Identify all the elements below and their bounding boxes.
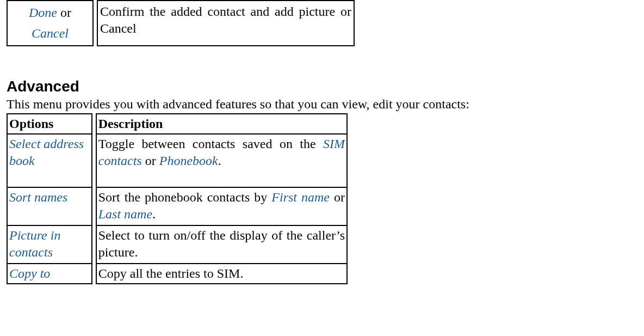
spacer-column (92, 187, 96, 225)
phonebook-term: Phonebook (159, 154, 218, 168)
advanced-heading: Advanced (7, 78, 637, 95)
spacer-column (92, 114, 96, 134)
option-select-address-book: Select address book (7, 134, 92, 187)
header-description: Description (96, 114, 347, 134)
option-picture-in-contacts: Picture in contacts (7, 225, 92, 264)
first-name-term: First name (271, 190, 330, 204)
option-copy-to: Copy to (7, 264, 92, 284)
desc-or: or (330, 190, 345, 204)
spacer-column (93, 1, 97, 46)
desc-select-address-book: Toggle between contacts saved on the SIM… (96, 134, 347, 187)
spacer-column (92, 264, 96, 284)
spacer-column (92, 134, 96, 187)
option-cell-done-cancel: Done or Cancel (7, 1, 93, 46)
cancel-label: Cancel (32, 26, 69, 40)
header-options: Options (7, 114, 92, 134)
option-or-text: or (57, 5, 71, 20)
desc-or: or (142, 154, 159, 168)
desc-text: Toggle between contacts saved on the (98, 137, 323, 151)
desc-text: Sort the phonebook contacts by (98, 190, 272, 204)
done-cancel-table: Done or Cancel Confirm the added contact… (7, 0, 355, 46)
last-name-term: Last name (98, 207, 152, 221)
desc-copy-to: Copy all the entries to SIM. (96, 264, 347, 284)
desc-post: . (218, 154, 221, 168)
done-label: Done (29, 5, 57, 20)
desc-post: . (152, 207, 156, 221)
spacer-column (92, 225, 96, 264)
desc-sort-names: Sort the phonebook contacts by First nam… (96, 187, 347, 225)
advanced-intro: This menu provides you with advanced fea… (7, 96, 637, 112)
desc-picture-in-contacts: Select to turn on/off the display of the… (96, 225, 347, 264)
advanced-options-table: Options Description Select address book … (7, 113, 348, 284)
desc-cell-done-cancel: Confirm the added contact and add pictur… (97, 1, 354, 46)
option-sort-names: Sort names (7, 187, 92, 225)
